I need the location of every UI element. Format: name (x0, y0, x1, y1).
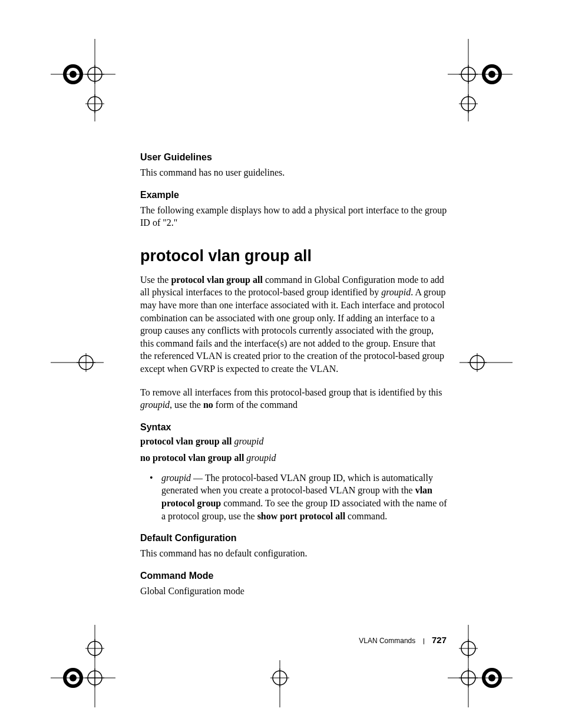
t: no protocol vlan group all (140, 453, 246, 463)
t: no (203, 400, 213, 410)
t: form of the command (213, 400, 297, 410)
heading-syntax: Syntax (140, 422, 448, 433)
svg-point-3 (70, 71, 77, 78)
text-default-config: This command has no default configuratio… (140, 547, 448, 560)
registration-mark-icon (51, 348, 104, 377)
t: groupid (381, 287, 411, 297)
t: . A group may have more than one interfa… (140, 287, 445, 374)
syntax-bullets: groupid — The protocol-based VLAN group … (140, 472, 448, 522)
t: groupid (161, 473, 191, 483)
t: Use the (140, 275, 171, 285)
t: , use the (170, 400, 203, 410)
registration-mark-icon (265, 660, 295, 707)
registration-mark-icon (448, 39, 513, 121)
heading-command-mode: Command Mode (140, 571, 448, 581)
t: groupid (246, 453, 276, 463)
registration-mark-icon (448, 625, 513, 707)
registration-mark-icon (51, 625, 115, 707)
text-example: The following example displays how to ad… (140, 204, 448, 229)
heading-default-config: Default Configuration (140, 533, 448, 543)
page-footer: VLAN Commands 727 (359, 635, 447, 645)
svg-point-35 (70, 674, 77, 681)
t: protocol vlan group all (171, 275, 262, 285)
page-content: User Guidelines This command has no user… (140, 152, 448, 608)
footer-separator (424, 638, 424, 644)
registration-mark-icon (51, 39, 115, 121)
text-user-guidelines: This command has no user guidelines. (140, 166, 448, 179)
svg-point-13 (488, 71, 495, 78)
t: — The protocol-based VLAN group ID, whic… (161, 473, 433, 496)
text-command-mode: Global Configuration mode (140, 585, 448, 598)
desc-paragraph-2: To remove all interfaces from this proto… (140, 386, 448, 411)
page-number: 727 (432, 635, 447, 645)
desc-paragraph-1: Use the protocol vlan group all command … (140, 274, 448, 375)
svg-point-45 (488, 674, 495, 681)
syntax-line-2: no protocol vlan group all groupid (140, 453, 448, 463)
t: groupid (234, 436, 263, 446)
registration-mark-icon (459, 348, 513, 377)
syntax-line-1: protocol vlan group all groupid (140, 436, 448, 447)
t: command. (345, 511, 387, 521)
t: groupid (140, 400, 170, 410)
t: To remove all interfaces from this proto… (140, 387, 442, 397)
heading-user-guidelines: User Guidelines (140, 152, 448, 163)
command-title: protocol vlan group all (140, 247, 448, 265)
t: protocol vlan group all (140, 436, 234, 446)
footer-section: VLAN Commands (359, 637, 415, 645)
list-item: groupid — The protocol-based VLAN group … (161, 472, 448, 522)
t: show port protocol all (257, 511, 345, 521)
heading-example: Example (140, 190, 448, 200)
